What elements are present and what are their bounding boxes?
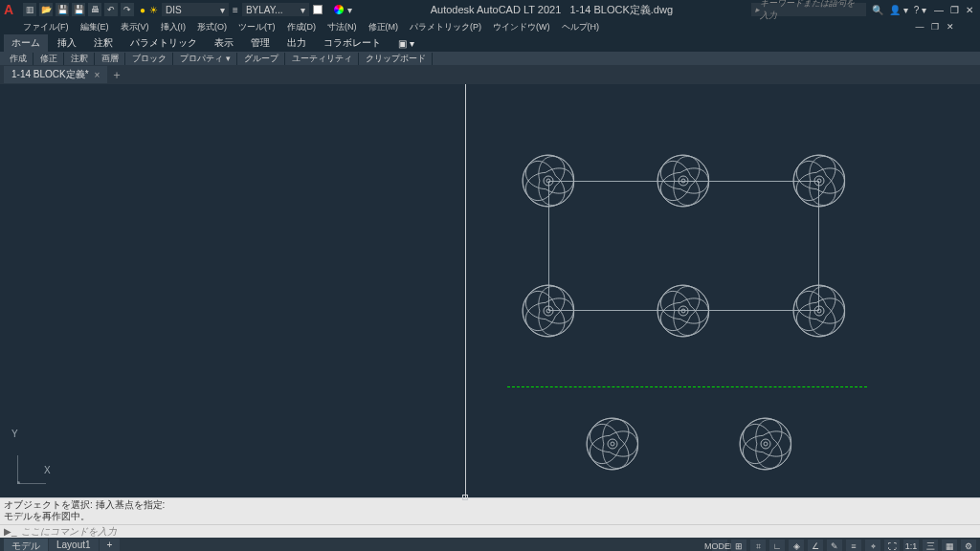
menu-window[interactable]: ウインドウ(W) <box>493 21 550 33</box>
menu-edit[interactable]: 編集(E) <box>80 21 109 33</box>
layer-selector[interactable]: ● ☀ DIS▾ ≡ BYLAY...▾ ▾ <box>140 3 352 16</box>
status-workspace[interactable]: ▦ <box>942 540 957 551</box>
menu-view[interactable]: 表示(V) <box>121 21 149 33</box>
menu-format[interactable]: 形式(O) <box>197 21 227 33</box>
tab-model[interactable]: モデル <box>4 539 48 551</box>
tab-expand[interactable]: ▣ ▾ <box>390 34 422 52</box>
menu-draw[interactable]: 作成(D) <box>287 21 317 33</box>
tab-parametric[interactable]: パラメトリック <box>122 34 205 52</box>
saveas-icon[interactable]: 💾 <box>72 3 85 16</box>
app-logo: A <box>4 2 19 17</box>
tab-insert[interactable]: 挿入 <box>50 34 84 52</box>
command-prompt-icon: ▶_ <box>4 526 17 537</box>
status-tray: MODEL ⊞ ⌗ ∟ ◈ ∠ ✎ ≡ ⌖ ⛶ 1:1 三 ▦ ⚙ <box>712 540 976 551</box>
panel-clipboard[interactable]: クリップボード <box>360 53 433 65</box>
add-layout[interactable]: + <box>100 539 121 551</box>
flower-block <box>508 271 589 353</box>
status-grid[interactable]: ⊞ <box>731 540 746 551</box>
ribbon-tabs: ホーム 挿入 注釈 パラメトリック 表示 管理 出力 コラボレート ▣ ▾ <box>0 34 980 52</box>
crosshair-vertical <box>465 84 466 497</box>
tab-output[interactable]: 出力 <box>279 34 314 52</box>
doc-minimize[interactable]: — <box>913 22 926 32</box>
ucs-icon: YX <box>17 455 46 484</box>
menu-modify[interactable]: 修正(M) <box>368 21 399 33</box>
quick-access-toolbar: ▥ 📂 💾 💾 🖶 ↶ ↷ <box>23 3 134 16</box>
menu-insert[interactable]: 挿入(I) <box>161 21 187 33</box>
green-centerline <box>507 386 867 387</box>
command-input[interactable]: ▶_ ここにコマンドを入力 <box>0 524 980 538</box>
undo-icon[interactable]: ↶ <box>104 3 118 16</box>
search-icon[interactable]: 🔍 <box>872 5 883 15</box>
new-icon[interactable]: ▥ <box>23 3 36 16</box>
status-customize[interactable]: ⚙ <box>961 540 976 551</box>
menu-file[interactable]: ファイル(F) <box>23 21 69 33</box>
new-drawing-button[interactable]: ＋ <box>111 67 122 83</box>
status-polar[interactable]: ◈ <box>789 540 804 551</box>
flower-block <box>572 404 653 486</box>
status-lineweight[interactable]: ≡ <box>846 540 861 551</box>
close-icon[interactable]: × <box>95 70 100 80</box>
panel-block[interactable]: ブロック <box>126 53 173 65</box>
close-button[interactable]: ✕ <box>963 5 976 15</box>
panel-layers[interactable]: 画層 <box>96 53 125 65</box>
status-cycling[interactable]: ⛶ <box>884 540 900 551</box>
minimize-button[interactable]: — <box>932 5 946 15</box>
flower-block <box>779 141 859 223</box>
status-osnap[interactable]: ✎ <box>827 540 842 551</box>
pick-box <box>462 495 468 500</box>
save-icon[interactable]: 💾 <box>56 3 69 16</box>
plot-icon[interactable]: 🖶 <box>88 3 101 16</box>
statusbar: モデル Layout1 + MODEL ⊞ ⌗ ∟ ◈ ∠ ✎ ≡ ⌖ ⛶ 1:… <box>0 538 980 551</box>
status-snap[interactable]: ⌗ <box>750 540 766 551</box>
status-model[interactable]: MODEL <box>712 540 727 551</box>
menu-tools[interactable]: ツール(T) <box>238 21 276 33</box>
crosshair-horizontal <box>0 497 980 498</box>
menu-help[interactable]: ヘルプ(H) <box>562 21 600 33</box>
signin-icon[interactable]: 👤 ▾ <box>889 5 908 15</box>
help-search[interactable]: ▸ キーワードまたは語句を入力 <box>751 3 866 16</box>
menu-parametric[interactable]: パラメトリック(P) <box>410 21 481 33</box>
drawing-canvas[interactable]: YX <box>0 84 980 497</box>
tab-home[interactable]: ホーム <box>4 34 48 52</box>
tab-view[interactable]: 表示 <box>207 34 241 52</box>
help-icon[interactable]: ? ▾ <box>914 5 926 15</box>
doc-restore[interactable]: ❐ <box>928 22 942 32</box>
redo-icon[interactable]: ↷ <box>121 3 134 16</box>
tab-manage[interactable]: 管理 <box>243 34 278 52</box>
tab-layout1[interactable]: Layout1 <box>49 539 99 551</box>
doc-close[interactable]: ✕ <box>944 22 957 32</box>
titlebar: A ▥ 📂 💾 💾 🖶 ↶ ↷ ● ☀ DIS▾ ≡ BYLAY...▾ ▾ A… <box>0 0 980 19</box>
command-history: オブジェクトを選択: 挿入基点を指定: モデルを再作図中。 <box>0 497 980 524</box>
tab-annotate[interactable]: 注釈 <box>86 34 121 52</box>
panel-annotate[interactable]: 注釈 <box>65 53 95 65</box>
panel-modify[interactable]: 修正 <box>34 53 64 65</box>
open-icon[interactable]: 📂 <box>39 3 53 16</box>
menu-dimension[interactable]: 寸法(N) <box>327 21 357 33</box>
ribbon-panels: 作成 修正 注釈 画層 ブロック プロパティ ▾ グループ ユーティリティ クリ… <box>0 52 980 65</box>
drawing-tabs: 1-14 BLOCK定義*× ＋ <box>0 65 980 84</box>
status-transparency[interactable]: ⌖ <box>865 540 880 551</box>
status-annoscale[interactable]: 三 <box>923 540 938 551</box>
panel-group[interactable]: グループ <box>238 53 285 65</box>
current-layer: DIS <box>166 5 182 15</box>
status-scale[interactable]: 1:1 <box>903 540 919 551</box>
flower-block <box>643 141 724 223</box>
panel-properties[interactable]: プロパティ ▾ <box>174 53 237 65</box>
panel-draw[interactable]: 作成 <box>4 53 33 65</box>
drawing-tab[interactable]: 1-14 BLOCK定義*× <box>4 66 107 83</box>
flower-block <box>725 404 806 486</box>
flower-block <box>779 271 859 353</box>
window-title: Autodesk AutoCAD LT 2021 1-14 BLOCK定義.dw… <box>352 3 751 17</box>
color-picker-icon[interactable] <box>334 5 344 14</box>
status-iso[interactable]: ∠ <box>808 540 823 551</box>
panel-utilities[interactable]: ユーティリティ <box>286 53 359 65</box>
flower-block <box>643 271 724 353</box>
restore-button[interactable]: ❐ <box>947 5 961 15</box>
color-swatch[interactable] <box>313 5 323 14</box>
tab-collaborate[interactable]: コラボレート <box>316 34 389 52</box>
status-ortho[interactable]: ∟ <box>769 540 785 551</box>
flower-block <box>508 141 589 223</box>
command-hint: ここにコマンドを入力 <box>21 525 117 539</box>
linetype: BYLAY... <box>246 5 283 15</box>
